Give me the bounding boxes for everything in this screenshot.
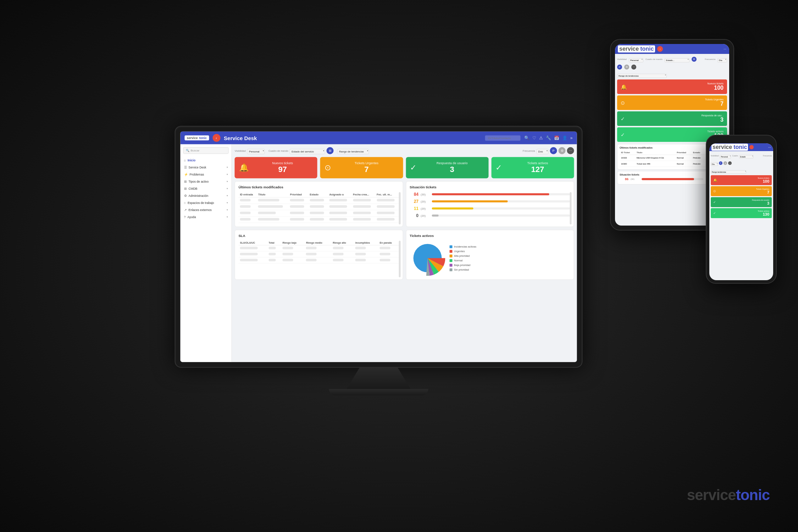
check-icon-2: ✓	[495, 163, 502, 172]
phone-filter-btn[interactable]: ⚙	[724, 161, 727, 165]
phone-vis-label: Visibilidad	[711, 155, 719, 157]
chevron-down-icon-7: ▾	[227, 209, 228, 211]
favorites-icon[interactable]: ♡	[532, 135, 536, 140]
more-button[interactable]: ⋯	[567, 147, 574, 154]
phone-trends-select[interactable]: Rango tendencias	[711, 170, 746, 174]
tablet-vis-wrap: Personal	[629, 56, 643, 62]
tablet-freq-select[interactable]: Día	[717, 58, 727, 62]
stat-activos-value: 127	[505, 165, 570, 174]
dashboard-group: Cuadro de mando Estado del servicio ⊞	[268, 147, 334, 154]
tablet-more-btn[interactable]: ⋯	[631, 65, 636, 70]
p-button[interactable]: P	[550, 147, 557, 154]
legend-label-4: Normal	[454, 259, 462, 262]
phone-stat-urgentes[interactable]: ⊙ Tickets Urgentes 7	[711, 186, 772, 196]
frequency-select[interactable]: Dos	[537, 149, 549, 154]
user-icon[interactable]: 👤	[562, 135, 567, 140]
sidebar-label-servicedesk: Service Desk	[189, 166, 206, 169]
legend-dot-1	[449, 245, 452, 248]
skeleton	[258, 218, 279, 221]
stat-card-respuesta[interactable]: ✓ Respuesta de usuario 3	[406, 157, 488, 178]
collapse-button[interactable]: ‹	[212, 134, 220, 142]
phone-dash-select[interactable]: Estado	[739, 155, 753, 159]
skeleton	[355, 259, 366, 261]
phone-freq-select[interactable]: Día	[711, 162, 718, 166]
phone-menu-dots[interactable]: ···	[768, 145, 771, 149]
tablet-filter-btn[interactable]: ⚙	[624, 65, 629, 70]
legend-label-2: Urgentes	[454, 250, 465, 253]
sidebar-item-cmdb[interactable]: ⊞ CMDB ▾	[181, 185, 232, 192]
tablet-check-icon-2: ✓	[621, 132, 625, 138]
phone-stat-activos[interactable]: ✓ Tickets activos 130	[711, 208, 772, 218]
search-icon[interactable]: 🔍	[524, 135, 530, 140]
tickets-table: ID entrada Título Prioridad Estado Asign…	[239, 192, 399, 223]
stat-card-nuevos[interactable]: 🔔 Nuevos tickets 97	[235, 157, 317, 178]
problemas-icon: ⚡	[184, 173, 188, 176]
sidebar-item-inicio[interactable]: ⌂ Inicio	[181, 157, 232, 164]
sidebar-item-problemas[interactable]: ⚡ Problemas ▾	[181, 171, 232, 178]
sit-count-1: (30)	[421, 193, 430, 196]
visibility-select[interactable]: Personal	[247, 149, 265, 154]
sidebar-item-enlaces[interactable]: ↗ Enlaces externos ▾	[181, 206, 232, 214]
filter-button[interactable]: ⚙	[559, 147, 566, 154]
skeleton	[377, 205, 394, 208]
panels-row-2: SLA SLA/OLA/UC Total Riesgo bajo Riesgo …	[235, 230, 574, 280]
tablet-stat-urgentes[interactable]: ⊙ Tickets Urgentes 7	[617, 95, 727, 110]
page-title: Service Desk	[224, 135, 482, 141]
phone-stat-nuevos[interactable]: 🔔 Nuevos tickets 100	[711, 175, 772, 185]
sidebar-item-espacios[interactable]: ○ Espacios de trabajo ▾	[181, 199, 232, 206]
brand-tonic-text: tonic	[736, 487, 770, 503]
bell-icon: 🔔	[239, 163, 249, 172]
sit-num-4: 0	[410, 213, 419, 218]
sidebar-item-admin[interactable]: ⚙ Administración ▾	[181, 192, 232, 199]
phone-vis-select[interactable]: Personal	[720, 155, 731, 159]
situation-row-3: 11 (20)	[410, 206, 570, 211]
tablet-p-btn[interactable]: P	[617, 65, 622, 70]
tablet-trends-select[interactable]: Rango de tendencias	[617, 74, 667, 78]
sidebar-item-tipos-activo[interactable]: ⊞ Tipos de activo ▾	[181, 178, 232, 185]
sla-table-row	[239, 245, 399, 251]
col-fechamod: Fec. ult. m...	[375, 192, 399, 198]
calendar-icon[interactable]: 📅	[554, 135, 559, 140]
chevron-double-icon[interactable]: »	[570, 135, 573, 140]
legend-dot-5	[449, 264, 452, 267]
sit-bar-1	[432, 193, 549, 195]
sidebar-item-ayuda[interactable]: ? Ayuda ▾	[181, 214, 232, 221]
tablet-sit-bar	[642, 178, 694, 180]
skeleton	[353, 205, 371, 208]
col-titulo: Título	[257, 192, 289, 198]
tablet-icons: ⋯	[724, 48, 726, 51]
tablet-nuevos-label: Nuevos tickets	[630, 82, 724, 85]
alert-icon[interactable]: ⚠	[539, 135, 543, 140]
phone-p-btn[interactable]: P	[719, 161, 722, 165]
tablet-collapse-btn[interactable]: ‹	[657, 46, 663, 52]
legend-item-3: Alta prioridad	[449, 254, 476, 257]
phone-stat-respuesta[interactable]: ✓ Respuesta de usuario 3	[711, 197, 772, 207]
sit-count-4: (20)	[421, 214, 430, 217]
tools-icon[interactable]: 🔧	[546, 135, 551, 140]
phone-collapse-btn[interactable]	[749, 145, 754, 149]
tablet-vis-select[interactable]: Personal	[629, 58, 643, 62]
phone-more-btn[interactable]: ⋯	[728, 161, 732, 165]
tablet-btn-blue[interactable]: ⊞	[692, 57, 697, 62]
tablet-stat-nuevos[interactable]: 🔔 Nuevos tickets 100	[617, 79, 727, 94]
tablet-stat-respuesta[interactable]: ✓ Respuesta de usu... 3	[617, 111, 727, 126]
trends-select[interactable]: Rango de tendencias	[337, 149, 369, 154]
legend-label-6: Sin prioridad	[454, 268, 469, 271]
main-content: Visibilidad Personal Cuadro de mando	[232, 144, 577, 362]
dashboard-select[interactable]: Estado del servicio	[290, 149, 325, 154]
dashboard-btn[interactable]: ⊞	[327, 147, 334, 154]
tablet-dash-select[interactable]: Estado...	[665, 58, 689, 62]
frequency-label: Frecuencia	[523, 149, 535, 152]
stat-card-urgentes[interactable]: ⊙ Tickets Urgentes 7	[320, 157, 403, 178]
panels-row-1: Últimos tickets modificados ID entrada T…	[235, 181, 574, 227]
sidebar-search[interactable]: 🔍 Buscar	[183, 147, 229, 154]
sidebar-item-servicedesk[interactable]: ☰ Service Desk ▾	[181, 164, 232, 171]
stat-respuesta-label: Respuesta de usuario	[420, 161, 484, 165]
sit-count-3: (20)	[421, 207, 430, 210]
skeleton	[380, 247, 390, 249]
phone-activos-value: 130	[718, 212, 769, 216]
skeleton	[240, 218, 251, 221]
stat-card-activos[interactable]: ✓ Tickets activos 127	[491, 157, 574, 178]
tablet-col-titulo: Título	[635, 150, 675, 155]
header-search-input[interactable]	[485, 135, 521, 140]
